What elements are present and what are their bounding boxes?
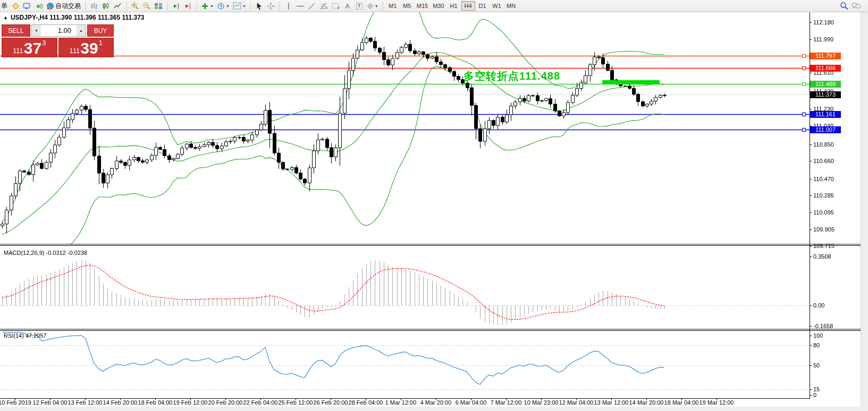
time-axis-label: 12 Mar 04:00 — [559, 399, 594, 406]
grid-button[interactable]: F — [330, 1, 342, 11]
label-button[interactable]: T — [353, 1, 365, 11]
sell-price-big: 37 — [24, 40, 41, 56]
bar-chart-button[interactable] — [88, 1, 100, 11]
timeframe-button-mn[interactable]: MN — [504, 1, 518, 11]
price-tick-label: 109.905 — [813, 226, 835, 233]
horizontal-line-button[interactable] — [294, 1, 306, 11]
time-axis-label: 18 Mar 04:00 — [664, 399, 699, 406]
indicators-icon — [201, 2, 209, 10]
chart-title-text: USDJPY-,H4 111.390 111.396 111.365 111.3… — [11, 14, 145, 21]
line-chart-icon — [114, 2, 122, 10]
price-badge: 111.161 — [810, 111, 841, 118]
label-icon: T — [356, 3, 363, 10]
dropdown-caret: ▼ — [242, 4, 246, 8]
time-axis-label: 20 Feb 20:00 — [208, 399, 243, 406]
timeframe-button-m15[interactable]: M15 — [415, 1, 430, 11]
timeframe-button-w1[interactable]: W1 — [490, 1, 504, 11]
time-axis-label: 19 Mar 12:00 — [700, 399, 734, 406]
line-chart-button[interactable] — [112, 1, 123, 11]
chart-area[interactable] — [0, 0, 868, 411]
tile-windows-button[interactable] — [153, 1, 164, 11]
trendline-button[interactable] — [306, 1, 318, 11]
price-badge: 111.007 — [810, 126, 841, 133]
timeframe-button-m5[interactable]: M5 — [400, 1, 414, 11]
collapse-arrow-icon[interactable]: ▲ — [3, 15, 8, 20]
text-button[interactable]: A — [342, 1, 353, 11]
indicators-button[interactable]: ▼ — [199, 1, 215, 11]
svg-text:F: F — [338, 6, 340, 10]
chart-shift-icon — [184, 2, 192, 10]
timeframe-button-m30[interactable]: M30 — [431, 1, 446, 11]
signal-button[interactable] — [33, 1, 45, 11]
time-axis-label: 6 Mar 04:00 — [456, 399, 487, 406]
zoom-out-icon — [142, 2, 151, 10]
time-axis-label: 28 Feb 04:00 — [349, 399, 383, 406]
search-button[interactable] — [838, 1, 850, 11]
buy-price-sup: 1 — [99, 39, 103, 47]
toolbar: 单 自动交易 — [0, 0, 868, 12]
rsi-tick-label: 0 — [813, 392, 816, 399]
price-badge: 111.666 — [810, 65, 841, 72]
sell-button[interactable]: SELL — [2, 24, 30, 37]
search-icon — [840, 2, 848, 10]
time-axis-label: 10 Mar 23:00 — [524, 399, 559, 406]
timeframe-button-h1[interactable]: H1 — [447, 1, 461, 11]
crosshair-icon — [267, 2, 275, 10]
horizontal-line-icon — [296, 3, 305, 10]
timeframe-button-m1[interactable]: M1 — [386, 1, 400, 11]
price-tick-label: 109.715 — [813, 243, 835, 250]
chart-shift-button[interactable] — [182, 1, 193, 11]
rsi-tick-label: 100 — [813, 332, 823, 339]
dropdown-caret: ▼ — [226, 4, 230, 8]
auto-trading-button[interactable]: 自动交易 — [45, 1, 82, 11]
candlestick-icon — [102, 2, 110, 10]
buy-price-tile[interactable]: 111 39 1 — [58, 38, 114, 57]
bar-chart-icon — [90, 2, 98, 10]
timeframe-button-h4[interactable]: H4 — [461, 1, 475, 11]
price-tick-label: 110.095 — [813, 209, 834, 216]
price-tick-label: 110.850 — [813, 141, 834, 148]
zoom-in-button[interactable] — [129, 1, 141, 11]
time-axis-label: 10 Feb 2019 — [0, 399, 31, 406]
toolbar-grip — [195, 2, 198, 10]
cursor-button[interactable] — [254, 1, 265, 11]
candlestick-button[interactable] — [100, 1, 112, 11]
volume-decrease-button[interactable]: ▼ — [32, 25, 41, 36]
rsi-label: RSI(14) 47.2057 — [4, 332, 47, 339]
templates-button[interactable]: ▼ — [231, 1, 248, 11]
toolbar-grip — [382, 2, 384, 10]
chat-button[interactable] — [850, 1, 863, 11]
new-order-icon — [12, 2, 20, 10]
tile-windows-icon — [154, 2, 163, 10]
price-badge: 111.488 — [810, 81, 841, 88]
timeframe-button-d1[interactable]: D1 — [476, 1, 490, 11]
periods-button[interactable]: ▼ — [215, 1, 231, 11]
new-order-button[interactable] — [10, 1, 21, 11]
sell-price-tile[interactable]: 111 37 3 — [2, 38, 57, 57]
macd-tick-label: 0.00 — [813, 302, 824, 309]
terminal-button[interactable] — [21, 1, 33, 11]
volume-stepper: ▼ ▲ — [31, 24, 86, 37]
fibonacci-button[interactable]: F — [318, 1, 330, 11]
time-axis-label: 22 Feb 04:00 — [243, 399, 278, 406]
auto-trading-icon — [46, 2, 54, 10]
shapes-button[interactable]: ▼ — [365, 1, 380, 11]
window-bottom-strip — [0, 407, 868, 411]
time-axis-label: 26 Feb 20:00 — [314, 399, 348, 406]
auto-scroll-button[interactable] — [170, 1, 182, 11]
pivot-annotation: 多空转折点111.488 — [464, 69, 560, 83]
price-tick-label: 112.180 — [813, 19, 834, 26]
volume-increase-button[interactable]: ▲ — [77, 25, 86, 36]
window-right-strip — [861, 12, 868, 411]
mt4-window: 单 自动交易 — [0, 0, 868, 411]
zoom-out-button[interactable] — [141, 1, 153, 11]
vertical-line-button[interactable] — [283, 1, 294, 11]
time-axis-label: 25 Feb 12:00 — [279, 399, 313, 406]
dropdown-caret: ▼ — [375, 4, 378, 8]
volume-input[interactable] — [41, 25, 77, 36]
toolbar-grip — [84, 2, 87, 10]
buy-button[interactable]: BUY — [87, 24, 114, 37]
menu-fragment[interactable]: 单 — [0, 2, 10, 11]
crosshair-button[interactable] — [265, 1, 277, 11]
sell-price-sup: 3 — [42, 39, 46, 47]
